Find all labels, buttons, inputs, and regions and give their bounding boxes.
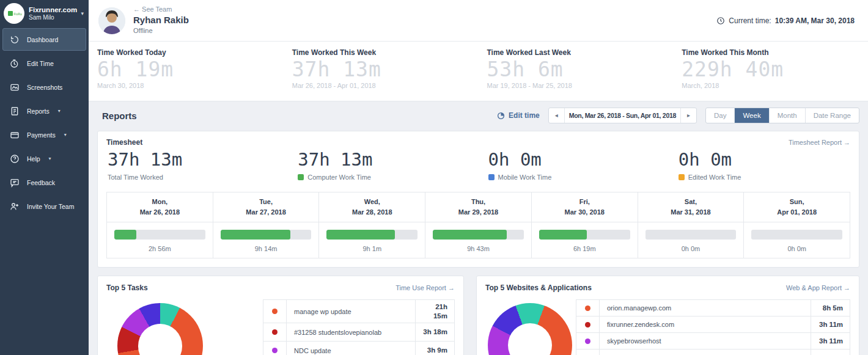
sidebar-item-invite-your-team[interactable]: Invite Your Team bbox=[2, 195, 86, 218]
task-color-dot bbox=[272, 309, 278, 314]
stat-period: Mar 26, 2018 - Apr 01, 2018 bbox=[292, 82, 479, 89]
sidebar-item-help[interactable]: Help ▾ bbox=[2, 147, 86, 170]
current-time-value: 10:39 AM, Mar 30, 2018 bbox=[775, 16, 855, 25]
user-header: ← See Team Ryhan Rakib Offline Current t… bbox=[89, 0, 868, 42]
website-label: fixrunner.zendesk.com bbox=[600, 321, 811, 328]
top-5-tasks-card: Top 5 Tasks Time Use Report → manage wp … bbox=[97, 276, 464, 355]
status-badge: Offline bbox=[133, 27, 189, 35]
total-time-worked: 37h 13m Total Time Worked bbox=[98, 149, 288, 181]
day-time-label: 0h 0m bbox=[751, 245, 842, 252]
website-row[interactable]: skypebrowserhost 3h 11m bbox=[576, 333, 850, 350]
view-month-button[interactable]: Month bbox=[769, 108, 805, 123]
timesheet-report-link[interactable]: Timesheet Report → bbox=[789, 139, 850, 146]
day-column-sun: Sun,Apr 01, 2018 0h 0m bbox=[744, 192, 850, 258]
screenshots-icon bbox=[9, 82, 20, 92]
sidebar-item-payments[interactable]: Payments ▾ bbox=[2, 123, 86, 146]
day-column-mon: Mon,Mar 26, 2018 2h 56m bbox=[107, 192, 213, 258]
date-range-display[interactable]: Mon, Mar 26, 2018 - Sun, Apr 01, 2018 bbox=[564, 108, 681, 123]
stat-period: March 30, 2018 bbox=[97, 82, 284, 89]
timesheet-title: Timesheet bbox=[106, 138, 142, 147]
web-app-report-link[interactable]: Web & App Report → bbox=[786, 284, 850, 291]
sidebar-item-screenshots[interactable]: Screenshots bbox=[2, 76, 86, 98]
day-column-sat: Sat,Mar 31, 2018 0h 0m bbox=[638, 192, 745, 258]
website-color-dot bbox=[585, 339, 590, 344]
half-clock-icon bbox=[497, 112, 505, 120]
task-row[interactable]: #31258 studentslovepianolab 3h 18m bbox=[263, 323, 454, 342]
sidebar-item-feedback[interactable]: Feedback bbox=[2, 171, 86, 194]
view-switcher: Day Week Month Date Range bbox=[705, 108, 859, 123]
user-avatar bbox=[98, 7, 125, 34]
date-next-button[interactable]: ▸ bbox=[681, 108, 696, 123]
task-time: 3h 9m bbox=[415, 342, 454, 355]
website-row[interactable]: staging.anxious-squirrel.flywheelsites.c… bbox=[576, 350, 850, 355]
account-user-name: Sam Milo bbox=[29, 14, 76, 22]
fixrunner-logo: FixRunner bbox=[4, 3, 24, 24]
sidebar-item-label: Edit Time bbox=[27, 60, 54, 67]
sidebar-item-label: Help bbox=[27, 155, 40, 163]
weekday-header: Sat,Mar 31, 2018 bbox=[638, 192, 744, 222]
sidebar-item-label: Screenshots bbox=[27, 84, 62, 91]
sidebar-item-dashboard[interactable]: Dashboard bbox=[2, 28, 86, 51]
stat-value: 6h 19m bbox=[97, 57, 284, 81]
website-row[interactable]: fixrunner.zendesk.com 3h 11m bbox=[576, 317, 850, 333]
see-team-link[interactable]: ← See Team bbox=[133, 5, 189, 14]
date-prev-button[interactable]: ◂ bbox=[549, 108, 564, 123]
website-time: 8h 5m bbox=[811, 300, 850, 316]
task-row[interactable]: NDC update 3h 9m bbox=[263, 342, 454, 355]
chevron-down-icon: ▾ bbox=[58, 108, 61, 114]
stat-period: March, 2018 bbox=[682, 82, 868, 89]
task-color-dot bbox=[272, 348, 278, 353]
timesheet-totals: 37h 13m Total Time Worked 37h 13m Comput… bbox=[98, 148, 859, 188]
stat-value: 37h 13m bbox=[292, 57, 479, 81]
main-content: ← See Team Ryhan Rakib Offline Current t… bbox=[89, 0, 868, 355]
time-worked-stats: Time Worked Today 6h 19m March 30, 2018 … bbox=[89, 42, 868, 101]
time-use-report-link[interactable]: Time Use Report → bbox=[395, 284, 455, 291]
edited-work-time: 0h 0m Edited Work Time bbox=[669, 149, 859, 181]
account-switcher[interactable]: FixRunner Fixrunner.com Sam Milo ▾ bbox=[0, 0, 89, 27]
svg-text:FixRunner: FixRunner bbox=[14, 12, 23, 16]
website-label: skypebrowserhost bbox=[600, 337, 811, 345]
sidebar-item-label: Reports bbox=[27, 108, 50, 115]
bottom-reports-row: Top 5 Tasks Time Use Report → manage wp … bbox=[97, 276, 859, 355]
view-day-button[interactable]: Day bbox=[706, 108, 734, 123]
current-time: Current time: 10:39 AM, Mar 30, 2018 bbox=[716, 16, 855, 25]
day-time-label: 9h 14m bbox=[221, 245, 312, 252]
day-time-label: 9h 1m bbox=[326, 245, 417, 252]
website-row[interactable]: orion.managewp.com 8h 5m bbox=[576, 300, 850, 317]
day-progress-bar bbox=[433, 230, 524, 240]
weekday-header: Thu,Mar 29, 2018 bbox=[425, 192, 531, 222]
day-progress-bar bbox=[645, 230, 737, 240]
website-time: 3h 11m bbox=[811, 317, 850, 332]
sidebar-item-edit-time[interactable]: Edit Time bbox=[2, 52, 86, 75]
invite-team-icon bbox=[9, 201, 20, 211]
edit-time-icon bbox=[9, 58, 20, 68]
chevron-down-icon: ▾ bbox=[64, 132, 67, 137]
task-time: 21h 15m bbox=[415, 300, 454, 323]
websites-donut-chart[interactable] bbox=[488, 303, 572, 355]
task-label: manage wp update bbox=[287, 308, 415, 315]
current-time-label: Current time: bbox=[729, 16, 771, 25]
weekday-header: Fri,Mar 30, 2018 bbox=[532, 192, 638, 222]
org-name: Fixrunner.com bbox=[29, 5, 76, 14]
payments-icon bbox=[9, 130, 20, 140]
day-time-label: 6h 19m bbox=[539, 245, 630, 252]
view-date-range-button[interactable]: Date Range bbox=[805, 108, 859, 123]
computer-work-time: 37h 13m Computer Work Time bbox=[288, 149, 478, 181]
tasks-donut-chart[interactable] bbox=[117, 303, 203, 355]
weekday-header: Wed,Mar 28, 2018 bbox=[319, 192, 425, 222]
view-week-button[interactable]: Week bbox=[734, 108, 768, 123]
task-row[interactable]: manage wp update 21h 15m bbox=[263, 300, 454, 323]
stat-time-worked-this-month: Time Worked This Month 229h 40m March, 2… bbox=[673, 48, 868, 101]
websites-donut-area bbox=[485, 299, 576, 355]
sidebar-item-reports[interactable]: Reports ▾ bbox=[2, 100, 86, 122]
reports-icon bbox=[9, 106, 20, 116]
weekly-timesheet-table: Mon,Mar 26, 2018 2h 56m Tue,Mar 27, 2018… bbox=[106, 192, 850, 258]
stat-time-worked-today: Time Worked Today 6h 19m March 30, 2018 bbox=[89, 48, 284, 101]
reports-toolbar: Reports Edit time ◂ Mon, Mar 26, 2018 - … bbox=[89, 101, 868, 130]
task-label: #31258 studentslovepianolab bbox=[287, 329, 415, 336]
edit-time-button[interactable]: Edit time bbox=[497, 111, 540, 120]
website-time: 3h 11m bbox=[811, 333, 850, 349]
tasks-table: manage wp update 21h 15m #31258 students… bbox=[263, 299, 455, 355]
sidebar: FixRunner Fixrunner.com Sam Milo ▾ Dashb… bbox=[0, 0, 89, 355]
weekday-header: Tue,Mar 27, 2018 bbox=[213, 192, 319, 222]
